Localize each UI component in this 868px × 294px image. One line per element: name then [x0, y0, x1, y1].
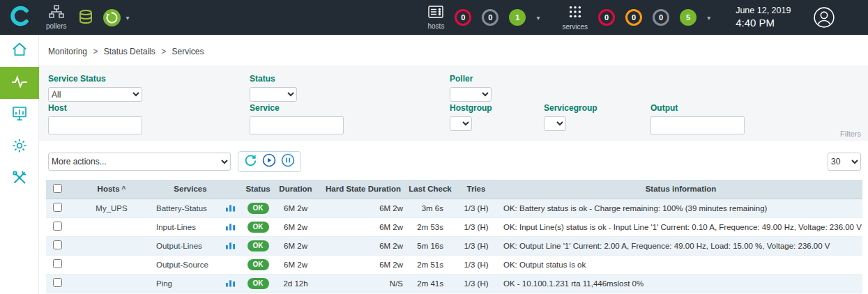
chevron-down-icon[interactable]: ▾	[536, 14, 540, 22]
sidebar-item-administration[interactable]	[0, 163, 38, 195]
centreon-logo[interactable]	[0, 0, 39, 35]
play-button[interactable]	[262, 153, 276, 170]
services-warning-badge[interactable]: 0	[625, 9, 642, 26]
row-checkbox[interactable]	[53, 240, 62, 249]
graph-bars-icon[interactable]	[226, 222, 235, 231]
graph-bars-icon[interactable]	[226, 203, 235, 212]
status-information-cell: OK: Input Line(s) status is ok - Input L…	[499, 217, 862, 236]
hard-state-duration-cell: 6M 2w	[319, 236, 407, 255]
row-checkbox[interactable]	[53, 203, 62, 212]
more-actions-select[interactable]: More actions...	[48, 153, 231, 171]
sidebar-item-home[interactable]	[0, 35, 38, 67]
services-critical-badge[interactable]: 0	[598, 9, 615, 26]
tries-cell: 1/3 (H)	[453, 255, 499, 274]
page-size-select[interactable]: 30	[828, 153, 861, 171]
status-badge[interactable]: OK	[248, 203, 269, 214]
service-label: Service	[250, 103, 344, 113]
status-badge[interactable]: OK	[248, 240, 269, 252]
col-header-tries[interactable]: Tries	[453, 180, 499, 199]
status-badge[interactable]: OK	[248, 259, 269, 270]
pause-button[interactable]	[281, 153, 295, 170]
service-input[interactable]	[250, 116, 344, 134]
select-all-checkbox[interactable]	[53, 184, 62, 193]
chevron-down-icon[interactable]: ▾	[125, 14, 129, 22]
status-information-cell: OK: Output status is ok	[499, 255, 862, 274]
status-label: Status	[250, 74, 297, 84]
col-header-status-information[interactable]: Status information	[499, 180, 862, 199]
status-information-cell: OK: Battery status is ok - Charge remain…	[499, 199, 862, 217]
services-pending-badge[interactable]: 0	[653, 9, 669, 26]
graph-bars-icon[interactable]	[226, 241, 235, 249]
hosts-up-badge[interactable]: 1	[509, 9, 526, 26]
services-status-group: services 0 0 0 5 ▾	[562, 5, 710, 31]
user-icon[interactable]	[813, 6, 835, 29]
col-header-hosts[interactable]: Hosts^	[68, 180, 155, 199]
hosts-down-badge[interactable]: 0	[455, 9, 471, 26]
hard-state-duration-cell: 6M 2w	[319, 217, 407, 236]
pollers-icon	[49, 5, 64, 21]
hosts-icon	[428, 6, 443, 21]
host-input[interactable]	[48, 116, 142, 134]
status-badge[interactable]: OK	[248, 278, 269, 289]
col-header-hard-state-duration[interactable]: Hard State Duration	[319, 180, 407, 199]
services-table-wrap: Hosts^ Services Status Duration Hard Sta…	[46, 180, 862, 293]
servicegroup-select[interactable]	[544, 116, 566, 131]
poller-select[interactable]	[450, 87, 492, 102]
service-link[interactable]: Input-Lines	[155, 217, 226, 236]
hostgroup-select[interactable]	[450, 116, 472, 131]
monitoring-pulse-icon	[10, 72, 29, 93]
col-header-duration[interactable]: Duration	[272, 180, 319, 199]
select-all-checkbox-cell	[46, 180, 68, 199]
app-window: pollers ▾	[0, 0, 868, 294]
service-link[interactable]: Output-Lines	[155, 236, 226, 255]
service-link[interactable]: Output-Source	[155, 255, 226, 274]
sync-ok-icon[interactable]	[102, 8, 121, 27]
filter-output: Output	[650, 103, 745, 134]
services-ok-badge[interactable]: 5	[680, 9, 696, 26]
col-header-last-check[interactable]: Last Check	[407, 180, 453, 199]
output-input[interactable]	[650, 116, 745, 134]
status-badge[interactable]: OK	[248, 222, 269, 233]
host-link	[68, 255, 155, 274]
last-check-cell: 2m 41s	[407, 274, 453, 293]
monitoring-controls	[238, 151, 301, 172]
hosts-menu[interactable]: hosts	[428, 6, 445, 30]
last-check-cell: 2m 51s	[407, 255, 453, 274]
row-checkbox[interactable]	[53, 278, 62, 287]
sidebar	[0, 35, 39, 294]
duration-cell: 6M 2w	[272, 255, 319, 274]
col-header-status[interactable]: Status	[244, 180, 272, 199]
status-information-cell: OK: Output Line '1' Current: 2.00 A, Fre…	[499, 236, 862, 255]
pollers-menu[interactable]: pollers	[46, 5, 66, 30]
servicegroup-label: Servicegroup	[544, 103, 597, 113]
hostgroup-label: Hostgroup	[450, 103, 492, 113]
poller-label: Poller	[450, 74, 492, 84]
sidebar-item-reporting[interactable]	[0, 99, 38, 131]
service-status-select[interactable]: All	[48, 87, 142, 102]
chevron-down-icon[interactable]: ▾	[707, 14, 710, 22]
service-link[interactable]: Ping	[155, 274, 226, 293]
filter-service-status: Service Status All	[48, 74, 142, 102]
hard-state-duration-cell: N/S	[319, 274, 407, 293]
breadcrumb-services[interactable]: Services	[172, 47, 204, 56]
row-checkbox[interactable]	[53, 222, 62, 231]
graph-bars-icon[interactable]	[226, 279, 235, 287]
breadcrumb-monitoring[interactable]: Monitoring	[48, 47, 87, 56]
database-icon[interactable]	[77, 9, 94, 26]
services-menu[interactable]: services	[562, 5, 588, 31]
row-checkbox[interactable]	[53, 259, 62, 268]
refresh-button[interactable]	[244, 154, 257, 170]
sort-asc-icon[interactable]: ^	[122, 185, 126, 193]
host-link[interactable]: My_UPS	[68, 199, 155, 217]
duration-cell: 2d 12h	[272, 274, 319, 293]
service-link[interactable]: Battery-Status	[155, 199, 226, 217]
sidebar-item-configuration[interactable]	[0, 131, 38, 163]
tries-cell: 1/3 (H)	[453, 199, 499, 217]
host-link	[68, 274, 155, 293]
breadcrumb-status-details[interactable]: Status Details	[104, 47, 155, 56]
last-check-cell: 3m 6s	[407, 199, 453, 217]
status-select[interactable]	[250, 87, 297, 102]
col-header-services[interactable]: Services	[155, 180, 226, 199]
sidebar-item-monitoring[interactable]	[0, 67, 39, 99]
hosts-pending-badge[interactable]: 0	[482, 9, 498, 26]
